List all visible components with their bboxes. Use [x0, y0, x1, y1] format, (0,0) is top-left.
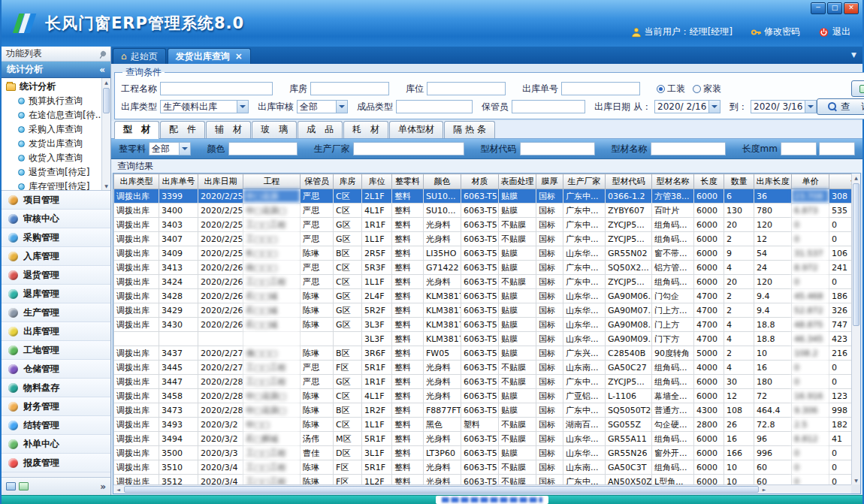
order-no-input[interactable]: [561, 82, 640, 95]
gongzhuang-radio[interactable]: [657, 85, 665, 93]
horizontal-scrollbar[interactable]: ◄ ►: [113, 484, 851, 493]
sidebar-item-return-warehouse[interactable]: 退库管理: [2, 285, 110, 303]
mat-tab-insulation[interactable]: 隔 热 条: [444, 121, 495, 138]
scroll-right-icon[interactable]: ►: [760, 487, 769, 492]
sidebar-item-supplement[interactable]: 补单中心: [2, 435, 110, 454]
profile-code-input[interactable]: [520, 142, 595, 155]
table-row[interactable]: 调拨出库 3500 2020/3/3 工□□工程 曹佳 D区 3L1F 整料 L…: [114, 446, 852, 460]
mat-tab-finished[interactable]: 成 品: [298, 121, 343, 138]
sidebar-item-project[interactable]: 项目管理: [2, 191, 110, 210]
scroll-left-icon[interactable]: ◄: [113, 487, 123, 492]
table-row[interactable]: 调拨出库 3399 2020/2/25 华□花源 严思 C区 2L1F 整料 S…: [114, 189, 852, 204]
table-row[interactable]: 调拨出库 3424 2020/2/26 工□□工程 严思 C区 1L1F 整料 …: [114, 275, 852, 289]
column-header[interactable]: 库位: [362, 174, 392, 189]
column-header[interactable]: 金: [829, 174, 852, 189]
tree-scrollbar[interactable]: ▲ ▼: [101, 78, 110, 190]
table-row[interactable]: 调拨出库 3428 2020/2/26 石□□城 陈琳 G区 2L4F 整料 K…: [114, 289, 852, 303]
tree-item-shipping-outbound-query[interactable]: 发货出库查询: [2, 137, 101, 151]
mat-tab-glass[interactable]: 玻 璃: [252, 121, 297, 138]
sidebar-group-header[interactable]: 统计分析 «: [2, 62, 110, 78]
color-input[interactable]: [228, 142, 298, 155]
scroll-up-icon[interactable]: ▲: [852, 174, 860, 182]
table-row[interactable]: 调拨出库 3510 2020/3/4 工□□工程 陈琳 F区 5R1F 整料 光…: [114, 460, 852, 475]
chevron-down-icon[interactable]: [805, 101, 816, 113]
tab-list-dropdown-icon[interactable]: ▼: [851, 51, 856, 59]
product-type-input[interactable]: [396, 100, 473, 113]
column-header[interactable]: 出库长度: [754, 174, 792, 189]
sidebar-item-outbound[interactable]: 出库管理: [2, 322, 110, 341]
change-password-button[interactable]: 修改密码: [751, 26, 800, 38]
table-row[interactable]: 调拨出库 3473 2020/2/28 华□花源□ 陈琳 B区 1R2F 整料 …: [114, 403, 852, 418]
mat-tab-consumables[interactable]: 耗 材: [343, 121, 388, 138]
table-row[interactable]: 调拨出库 3430 2020/2/26 石□□城 陈琳 G区 3L3F 整料 K…: [114, 318, 852, 332]
chevron-down-icon[interactable]: [237, 101, 248, 113]
close-button[interactable]: ✕: [844, 2, 859, 14]
sidebar-item-finance[interactable]: 财务管理: [2, 397, 110, 416]
horizontal-scrollbar-thumb[interactable]: [124, 486, 759, 493]
profile-name-input[interactable]: [651, 142, 726, 155]
column-header[interactable]: 膜厚: [536, 174, 563, 189]
vertical-scrollbar[interactable]: ▲ ▼: [851, 174, 860, 484]
tab-start-page[interactable]: ⌂ 起始页: [113, 48, 166, 64]
table-row[interactable]: 调拨出库 3403 2020/2/25 工□□工程 严思 G区 1R1F 整料 …: [114, 218, 852, 232]
column-header[interactable]: 出库单号: [159, 174, 198, 189]
table-row[interactable]: 调拨出库 3447 2020/2/28 工□□工程 严思 G区 1R1F 整料 …: [114, 375, 852, 389]
date-from-picker[interactable]: 2020/ 2/16: [654, 100, 721, 113]
expand-icon[interactable]: »: [100, 481, 106, 492]
clear-conditions-button[interactable]: 清空条件: [851, 80, 864, 97]
sidebar-item-audit[interactable]: 审核中心: [2, 210, 110, 228]
table-row[interactable]: 调拨出库 3400 2020/2/25 华□花源□ 严思 C区 4L1F 整料 …: [114, 204, 852, 218]
out-type-select[interactable]: 生产领料出库: [160, 100, 249, 113]
minimize-button[interactable]: ─: [811, 2, 826, 14]
table-row[interactable]: 3L3F 整料 KLM3817 6063-T5 贴膜 国标 山东华... GA9…: [114, 332, 852, 346]
chevron-down-icon[interactable]: [179, 143, 190, 155]
chart-icon[interactable]: [19, 482, 29, 490]
jiazhuang-radio[interactable]: [693, 85, 701, 93]
tree-item-purchase-inbound-query[interactable]: 采购入库查询: [2, 122, 101, 137]
column-header[interactable]: 颜色: [424, 174, 461, 189]
column-header[interactable]: 数量: [724, 174, 754, 189]
manufacturer-input[interactable]: [353, 142, 464, 155]
table-row[interactable]: 调拨出库 3512 2020/3/4 工□□工程 陈琳 F区 1L2F 整料 光…: [114, 475, 852, 485]
mat-tab-auxiliary[interactable]: 辅 材: [206, 121, 251, 138]
close-tab-icon[interactable]: ×: [235, 51, 243, 62]
sidebar-item-return-goods[interactable]: 退货管理: [2, 266, 110, 285]
mat-tab-profile[interactable]: 型 材: [114, 121, 159, 139]
tree-scrollbar-thumb[interactable]: [103, 88, 110, 113]
table-row[interactable]: 调拨出库 3429 2020/2/26 石□□城 陈琳 G区 5R2F 整料 K…: [114, 303, 852, 318]
warehouse-input[interactable]: [310, 82, 389, 95]
tree-item-budget-query[interactable]: 预算执行查询: [2, 94, 101, 108]
table-row[interactable]: 调拨出库 3409 2020/2/25 长□□□ 陈琳 B区 2R5F 整料 L…: [114, 246, 852, 261]
column-header[interactable]: 保管员: [301, 174, 334, 189]
computer-icon[interactable]: [6, 482, 16, 490]
date-to-picker[interactable]: 2020/ 3/16: [751, 100, 817, 113]
location-input[interactable]: [427, 82, 506, 95]
tree-item-transit-query[interactable]: 在途信息查询[待...: [2, 108, 101, 122]
collapse-icon[interactable]: «: [99, 65, 105, 75]
column-header[interactable]: 材质: [461, 174, 499, 189]
column-header[interactable]: 出库类型: [114, 174, 159, 189]
sidebar-item-scrap[interactable]: 报废管理: [2, 454, 110, 472]
tree-item-stock-query[interactable]: 库存管理[待定]: [2, 180, 101, 191]
table-row[interactable]: 调拨出库 3445 2020/2/27 工□□工程 严思 F区 5R1F 整料 …: [114, 361, 852, 375]
scroll-down-icon[interactable]: ▼: [852, 476, 860, 484]
chevron-down-icon[interactable]: [336, 101, 347, 113]
column-header[interactable]: 型材代码: [606, 174, 652, 189]
column-header[interactable]: 长度: [694, 174, 724, 189]
table-row[interactable]: 调拨出库 3494 2020/3/2 石□辉城 汤伟 M区 5R1F 整料 光身…: [114, 432, 852, 446]
sidebar-item-carryover[interactable]: 结转管理: [2, 416, 110, 435]
table-row[interactable]: 调拨出库 3407 2020/2/25 工□□□ 严思 G区 1L1F 整料 光…: [114, 232, 852, 246]
column-header[interactable]: 整零料: [392, 174, 424, 189]
mat-tab-single-profile[interactable]: 单体型材: [389, 121, 443, 138]
search-button[interactable]: 查 询: [817, 98, 864, 115]
sidebar-item-inbound[interactable]: 入库管理: [2, 247, 110, 266]
table-row[interactable]: 调拨出库 3437 2020/2/27 佛□□□ 陈琳 B区 3R6F 整料 F…: [114, 346, 852, 361]
vertical-scrollbar-thumb[interactable]: [853, 183, 859, 326]
project-name-input[interactable]: [160, 82, 273, 95]
table-row[interactable]: 调拨出库 3413 2020/2/26 南□□□ 严思 C区 5R3F 整料 G…: [114, 261, 852, 275]
scroll-up-icon[interactable]: ▲: [102, 78, 110, 86]
column-header[interactable]: 型材名称: [652, 174, 694, 189]
mat-tab-accessories[interactable]: 配 件: [160, 121, 205, 138]
whole-part-select[interactable]: 全部: [149, 142, 191, 155]
pin-icon[interactable]: [100, 50, 107, 58]
